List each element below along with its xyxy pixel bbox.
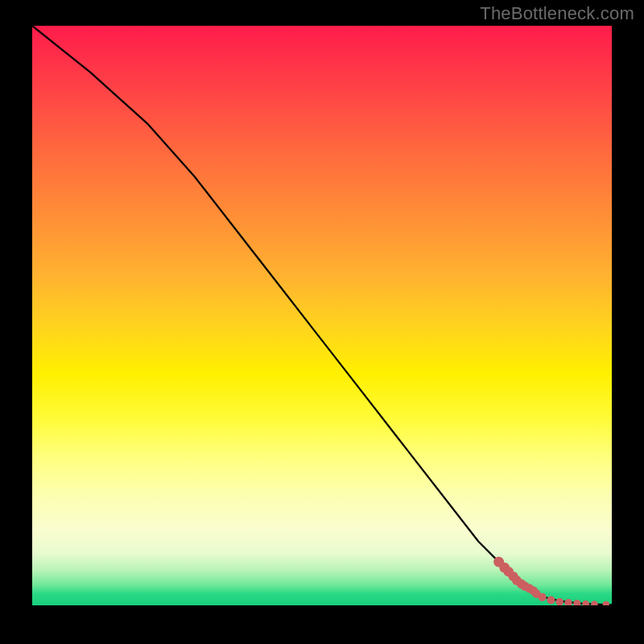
- marker-point: [591, 601, 598, 605]
- marker-point: [539, 593, 547, 601]
- marker-group: [493, 557, 609, 606]
- marker-point: [555, 598, 564, 605]
- marker-point: [573, 600, 580, 605]
- series-curve: [32, 26, 612, 605]
- marker-point: [603, 601, 609, 605]
- watermark: TheBottleneck.com: [480, 3, 634, 24]
- plot-overlay: [32, 26, 612, 605]
- marker-point: [564, 599, 572, 605]
- chart-frame: TheBottleneck.com: [0, 0, 644, 644]
- marker-point: [547, 597, 555, 605]
- plot-area: [32, 26, 612, 605]
- marker-point: [582, 601, 589, 605]
